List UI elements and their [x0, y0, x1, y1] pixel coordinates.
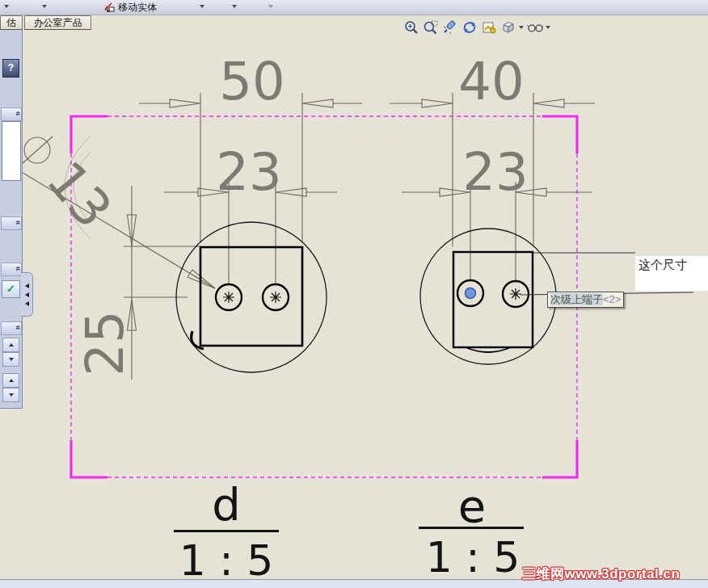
arrow-up-icon [9, 379, 14, 382]
panel-group-header[interactable]: « [1, 216, 22, 230]
center-mark-icon [510, 288, 521, 300]
center-mark-icon [223, 292, 281, 303]
spinner-down-button[interactable] [2, 352, 19, 367]
zoom-to-fit-icon[interactable] [402, 19, 419, 36]
hole-circle[interactable] [263, 284, 289, 310]
spinner-up-button[interactable] [2, 338, 19, 352]
tooltip-feature-name: 次级上端子 [550, 293, 603, 305]
dimension-value-23-left[interactable]: 23 [209, 145, 289, 199]
property-manager-panel: ? « « « ✓ « [0, 30, 23, 409]
part-outline [200, 247, 302, 346]
arrow-left-icon [25, 292, 29, 297]
spinner-down-button[interactable] [2, 388, 19, 402]
hole-circle[interactable] [503, 281, 529, 307]
tab-label: 办公室产品 [34, 17, 82, 28]
panel-group-header[interactable]: « [1, 107, 22, 121]
panel-flyout-handle[interactable] [21, 272, 33, 317]
view-orientation-dropdown-icon[interactable] [519, 26, 524, 29]
move-entity-icon[interactable] [102, 2, 115, 16]
detail-view-d[interactable] [176, 222, 327, 372]
dimension-25[interactable] [124, 186, 200, 380]
toolbar-dropdown-icon[interactable] [232, 5, 237, 8]
edge-arc [192, 331, 204, 349]
annotation-note-text: 这个尺寸 [638, 258, 687, 271]
panel-group-header[interactable]: « [1, 321, 22, 335]
rotate-view-icon[interactable] [461, 19, 478, 36]
arrow-down-icon [9, 393, 14, 397]
collapse-chevron-icon: « [13, 220, 22, 225]
tab-label: 估 [6, 17, 16, 28]
part-outline [453, 252, 533, 347]
toolbar-dropdown-icon[interactable] [200, 5, 204, 8]
annotation-note-box[interactable]: 这个尺寸 [635, 256, 708, 291]
command-label[interactable]: 移动实体 [118, 2, 157, 13]
view-orientation-icon[interactable] [499, 19, 516, 36]
watermark-text: 三维网www.3dportal.cn [522, 565, 680, 583]
arrow-left-icon [25, 284, 29, 288]
toolbar-dropdown-icon[interactable] [42, 5, 47, 8]
collapse-chevron-icon: « [13, 111, 22, 116]
dimension-value-13[interactable]: 13 [33, 146, 126, 242]
dimension-value-25[interactable]: 25 [78, 295, 132, 392]
toolbar-dropdown-icon[interactable] [4, 5, 9, 8]
tab-evaluate-partial[interactable]: 估 [0, 15, 23, 30]
dimension-value-50[interactable]: 50 [212, 55, 293, 108]
detail-d-label: d [184, 478, 268, 531]
zoom-previous-icon[interactable] [441, 19, 458, 36]
collapse-chevron-icon: « [13, 266, 22, 271]
detail-e-divider [419, 527, 524, 529]
display-style-icon[interactable] [526, 19, 543, 36]
panel-group-header[interactable]: « [1, 262, 22, 276]
edge-arc [466, 347, 511, 352]
diameter-symbol-icon [24, 137, 50, 163]
detail-boundary-circle [176, 222, 327, 372]
detail-d-scale: 1 : 5 [171, 536, 281, 585]
detail-e-label: e [430, 480, 514, 532]
help-button[interactable]: ? [2, 59, 19, 78]
dimension-value-23-right[interactable]: 23 [455, 145, 536, 199]
dimension-value-40[interactable]: 40 [451, 55, 532, 108]
hover-tooltip: 次级上端子<2> [547, 292, 624, 308]
toolbar-dropdown-icon-disabled [268, 5, 273, 8]
arrow-left-icon [25, 301, 29, 306]
selected-vertex-dot[interactable] [466, 288, 476, 299]
zoom-to-area-icon[interactable] [422, 19, 439, 36]
detail-e-scale: 1 : 5 [418, 533, 528, 582]
tab-office-products[interactable]: 办公室产品 [24, 15, 91, 30]
collapse-chevron-icon: « [13, 325, 22, 330]
panel-preview-box [2, 121, 21, 181]
spinner-up-button[interactable] [2, 373, 19, 388]
detail-boundary-circle [420, 229, 556, 364]
arrow-up-icon [9, 343, 14, 346]
display-style-dropdown-icon[interactable] [546, 26, 550, 29]
3d-drawing-view-icon[interactable] [480, 19, 497, 36]
ok-check-button[interactable]: ✓ [2, 280, 20, 298]
hole-circle[interactable] [457, 280, 483, 306]
arrow-down-icon [9, 358, 14, 361]
detail-d-divider [174, 530, 279, 532]
detail-view-e[interactable] [420, 229, 556, 364]
tooltip-instance-ref: <2> [603, 293, 621, 305]
command-toolbar: 移动实体 [0, 0, 708, 15]
hole-circle[interactable] [216, 284, 242, 310]
view-toolbar [402, 19, 550, 36]
